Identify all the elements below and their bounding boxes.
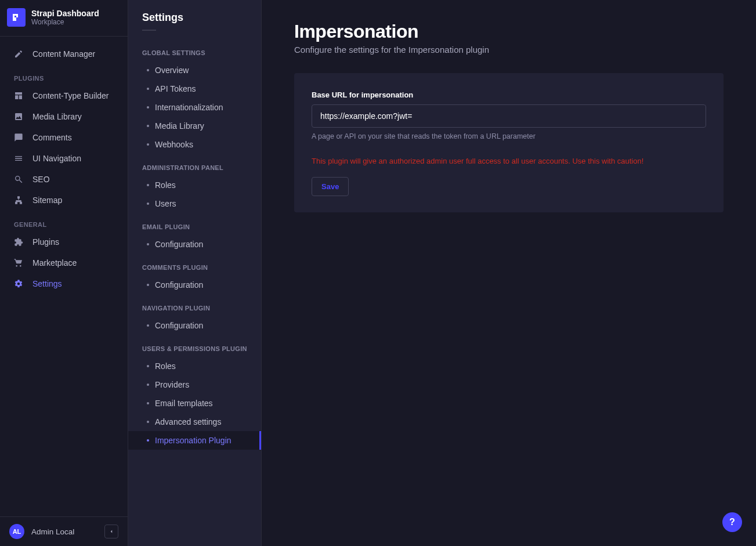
main-content: Impersonation Configure the settings for… (262, 0, 756, 546)
nav-item-seo[interactable]: SEO (0, 169, 128, 190)
brand-subtitle: Workplace (31, 18, 99, 26)
subnav-item-users[interactable]: Users (128, 194, 261, 213)
gear-icon (14, 279, 23, 288)
subnav-item-up-email-templates[interactable]: Email templates (128, 394, 261, 413)
chevron-left-icon (108, 529, 114, 534)
nav-item-content-manager[interactable]: Content Manager (0, 44, 128, 64)
subnav-item-label: Providers (155, 380, 189, 389)
primary-sidebar: Strapi Dashboard Workplace Content Manag… (0, 0, 128, 546)
nav-item-sitemap[interactable]: Sitemap (0, 190, 128, 211)
subnav-section-label: Global Settings (128, 39, 261, 61)
bullet-icon (147, 384, 149, 386)
subnav-item-label: Configuration (155, 321, 203, 330)
subnav-item-label: Advanced settings (155, 417, 221, 426)
bullet-icon (147, 439, 149, 442)
puzzle-icon (14, 237, 23, 247)
subnav-item-overview[interactable]: Overview (128, 61, 261, 79)
subnav-item-label: Roles (155, 180, 176, 190)
nav-item-content-type-builder[interactable]: Content-Type Builder (0, 85, 128, 106)
nav-item-label: UI Navigation (32, 154, 81, 163)
strapi-logo-icon (7, 8, 26, 27)
cart-icon (14, 258, 23, 267)
subnav-item-media-library[interactable]: Media Library (128, 117, 261, 135)
subnav-item-label: Email templates (155, 399, 213, 408)
nav-item-settings[interactable]: Settings (0, 273, 128, 294)
nav-section-plugins: Plugins (0, 64, 128, 85)
settings-card: Base URL for impersonation A page or API… (294, 73, 724, 212)
subnav-section-label: Users & Permissions Plugin (128, 335, 261, 357)
nav-item-marketplace[interactable]: Marketplace (0, 252, 128, 273)
nav-item-ui-navigation[interactable]: UI Navigation (0, 148, 128, 169)
footer-user-name[interactable]: Admin Local (31, 527, 97, 536)
brand-block[interactable]: Strapi Dashboard Workplace (0, 0, 128, 37)
subnav-item-label: Internationalization (155, 103, 223, 112)
subnav-section-label: Email Plugin (128, 213, 261, 235)
bullet-icon (147, 184, 149, 186)
subnav-item-label: Impersonation Plugin (155, 436, 231, 445)
comments-icon (14, 133, 23, 142)
nav-item-label: Settings (32, 279, 62, 288)
layout-icon (14, 91, 23, 100)
nav-item-label: Plugins (32, 237, 59, 247)
bullet-icon (147, 106, 149, 109)
subnav-item-email-config[interactable]: Configuration (128, 235, 261, 254)
base-url-label: Base URL for impersonation (312, 91, 413, 99)
page-subtitle: Configure the settings for the Impersona… (294, 45, 724, 55)
subnav-item-internationalization[interactable]: Internationalization (128, 98, 261, 117)
bullet-icon (147, 365, 149, 367)
settings-title: Settings (128, 12, 261, 30)
nav-item-plugins[interactable]: Plugins (0, 232, 128, 252)
page-title: Impersonation (294, 21, 724, 42)
bullet-icon (147, 324, 149, 327)
subnav-section-label: Administration Panel (128, 154, 261, 176)
subnav-item-label: Overview (155, 66, 189, 75)
subnav-item-up-providers[interactable]: Providers (128, 375, 261, 394)
collapse-sidebar-button[interactable] (104, 525, 118, 538)
sitemap-icon (14, 196, 23, 205)
save-button[interactable]: Save (312, 177, 349, 196)
nav-item-label: Comments (32, 133, 72, 142)
nav-item-label: Content-Type Builder (32, 91, 109, 100)
sidebar-footer: AL Admin Local (0, 516, 128, 546)
brand-title: Strapi Dashboard (31, 9, 99, 19)
bullet-icon (147, 402, 149, 404)
avatar[interactable]: AL (9, 524, 24, 539)
nav-item-media-library[interactable]: Media Library (0, 106, 128, 127)
search-icon (14, 175, 23, 184)
nav-item-label: Sitemap (32, 196, 62, 205)
title-underline (142, 30, 156, 31)
subnav-item-up-roles[interactable]: Roles (128, 357, 261, 375)
subnav-item-label: API Tokens (155, 84, 196, 93)
image-icon (14, 112, 23, 121)
subnav-item-api-tokens[interactable]: API Tokens (128, 79, 261, 98)
subnav-item-label: Users (155, 199, 176, 208)
subnav-item-webhooks[interactable]: Webhooks (128, 135, 261, 154)
subnav-section-label: Navigation Plugin (128, 294, 261, 316)
settings-sidebar: Settings Global SettingsOverviewAPI Toke… (128, 0, 262, 546)
subnav-item-roles[interactable]: Roles (128, 176, 261, 194)
pencil-icon (14, 49, 23, 59)
warning-text: This plugin will give an authorized admi… (312, 157, 706, 165)
bars-icon (14, 154, 23, 163)
subnav-item-label: Webhooks (155, 140, 193, 149)
bullet-icon (147, 143, 149, 146)
help-fab-button[interactable]: ? (722, 512, 742, 532)
subnav-item-up-impersonation[interactable]: Impersonation Plugin (128, 431, 261, 450)
bullet-icon (147, 125, 149, 127)
base-url-input[interactable] (312, 104, 706, 128)
primary-nav: Content Manager Plugins Content-Type Bui… (0, 37, 128, 516)
base-url-help: A page or API on your site that reads th… (312, 132, 706, 140)
nav-item-comments[interactable]: Comments (0, 127, 128, 148)
bullet-icon (147, 203, 149, 205)
subnav-item-up-advanced[interactable]: Advanced settings (128, 413, 261, 431)
nav-item-label: Marketplace (32, 258, 77, 267)
nav-item-label: Media Library (32, 112, 82, 121)
bullet-icon (147, 243, 149, 245)
bullet-icon (147, 284, 149, 286)
subnav-item-label: Configuration (155, 240, 203, 249)
bullet-icon (147, 88, 149, 90)
subnav-item-comments-config[interactable]: Configuration (128, 276, 261, 294)
subnav-item-navigation-config[interactable]: Configuration (128, 316, 261, 335)
subnav-item-label: Configuration (155, 280, 203, 290)
nav-section-general: General (0, 211, 128, 232)
